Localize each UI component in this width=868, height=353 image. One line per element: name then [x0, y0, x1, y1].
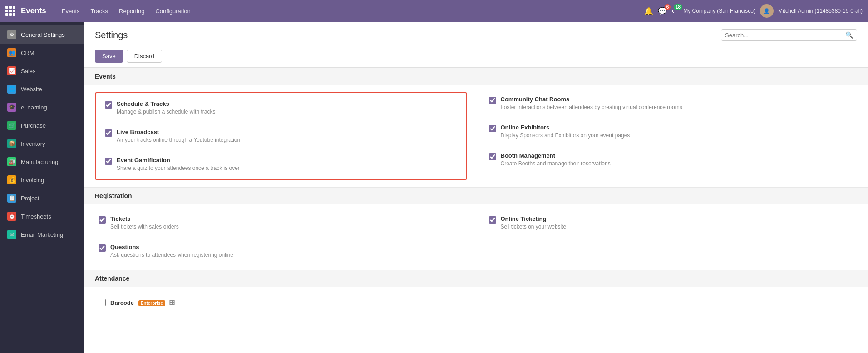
attendance-left-col: Barcode Enterprise ⊞: [95, 294, 467, 311]
sidebar-item-elearning[interactable]: 🎓 eLearning: [0, 98, 84, 116]
booth-management-label: Booth Management: [501, 152, 854, 159]
sidebar: ⚙ General Settings 👥 CRM 📈 Sales 🌐 Websi…: [0, 22, 84, 353]
email-marketing-icon: ✉: [7, 230, 16, 239]
events-right-col: Community Chat Rooms Foster interactions…: [485, 92, 858, 180]
sidebar-item-project[interactable]: 📋 Project: [0, 189, 84, 207]
barcode-checkbox[interactable]: [99, 299, 106, 306]
settings-body: Events Schedule & Tracks Manage & publis…: [84, 68, 868, 318]
sidebar-label-website: Website: [21, 86, 42, 93]
sidebar-item-invoicing[interactable]: 💰 Invoicing: [0, 171, 84, 189]
clock-icon[interactable]: ⏱ 18: [671, 7, 679, 15]
tickets-desc: Sell tickets with sales orders: [110, 223, 464, 231]
project-icon: 📋: [7, 194, 16, 203]
online-ticketing-checkbox[interactable]: [489, 216, 496, 224]
setting-event-gamification: Event Gamification Share a quiz to your …: [101, 153, 461, 176]
nav-tracks[interactable]: Tracks: [86, 5, 113, 17]
event-gamification-checkbox[interactable]: [105, 158, 112, 165]
sidebar-item-email-marketing[interactable]: ✉ Email Marketing: [0, 225, 84, 244]
tickets-checkbox[interactable]: [99, 216, 106, 224]
layout: ⚙ General Settings 👥 CRM 📈 Sales 🌐 Websi…: [0, 22, 868, 353]
crm-icon: 👥: [7, 48, 16, 57]
avatar[interactable]: 👤: [760, 4, 774, 18]
registration-left-col: Tickets Sell tickets with sales orders Q…: [95, 212, 467, 263]
online-exhibitors-desc: Display Sponsors and Exhibitors on your …: [501, 132, 854, 139]
search-input[interactable]: [725, 32, 845, 39]
website-icon: 🌐: [7, 85, 16, 94]
section-header-registration: Registration: [84, 187, 868, 204]
sidebar-label-inventory: Inventory: [21, 140, 45, 147]
highlight-box: Schedule & Tracks Manage & publish a sch…: [95, 92, 467, 180]
user-name: Mitchell Admin (11485380-15-0-all): [778, 8, 863, 14]
live-broadcast-label: Live Broadcast: [117, 129, 457, 135]
questions-checkbox[interactable]: [99, 244, 106, 252]
live-broadcast-checkbox[interactable]: [105, 129, 112, 137]
sidebar-label-project: Project: [21, 195, 39, 202]
page-title: Settings: [95, 30, 128, 40]
search-icon[interactable]: 🔍: [845, 31, 853, 39]
nav-links: Events Tracks Reporting Configuration: [57, 5, 641, 17]
barcode-label: Barcode Enterprise ⊞: [110, 298, 464, 307]
online-ticketing-label: Online Ticketing: [501, 215, 854, 222]
questions-desc: Ask questions to attendees when register…: [110, 251, 464, 259]
page-header: Settings 🔍: [84, 22, 868, 45]
timesheets-icon: ⏰: [7, 212, 16, 221]
app-switcher-icon[interactable]: [5, 6, 15, 16]
sidebar-item-sales[interactable]: 📈 Sales: [0, 62, 84, 80]
sidebar-item-general-settings[interactable]: ⚙ General Settings: [0, 25, 84, 44]
elearning-icon: 🎓: [7, 103, 16, 112]
live-broadcast-desc: Air your tracks online through a Youtube…: [117, 136, 457, 144]
sidebar-item-manufacturing[interactable]: 🏭 Manufacturing: [0, 153, 84, 171]
chat-badge: 6: [665, 4, 671, 10]
bell-icon[interactable]: 🔔: [644, 7, 653, 15]
setting-booth-management: Booth Management Create Booths and manag…: [485, 149, 858, 171]
nav-reporting[interactable]: Reporting: [114, 5, 149, 17]
sidebar-item-crm[interactable]: 👥 CRM: [0, 44, 84, 62]
gear-icon: ⚙: [7, 30, 16, 39]
event-gamification-label: Event Gamification: [117, 157, 457, 164]
sidebar-label-email-marketing: Email Marketing: [21, 231, 63, 238]
main-content: Settings 🔍 Save Discard Events: [84, 22, 868, 353]
nav-events[interactable]: Events: [57, 5, 84, 17]
chat-icon[interactable]: 💬 6: [658, 7, 667, 15]
questions-label: Questions: [110, 244, 464, 250]
schedule-tracks-checkbox[interactable]: [105, 101, 112, 109]
inventory-icon: 📦: [7, 139, 16, 148]
sidebar-label-invoicing: Invoicing: [21, 177, 44, 184]
setting-tickets: Tickets Sell tickets with sales orders: [95, 212, 467, 234]
community-chat-checkbox[interactable]: [489, 97, 496, 104]
schedule-tracks-desc: Manage & publish a schedule with tracks: [117, 108, 457, 116]
company-name: My Company (San Francisco): [683, 8, 755, 14]
setting-online-exhibitors: Online Exhibitors Display Sponsors and E…: [485, 120, 858, 143]
enterprise-badge: Enterprise: [138, 300, 165, 306]
sidebar-label-crm: CRM: [21, 50, 35, 56]
sidebar-label-manufacturing: Manufacturing: [21, 159, 58, 165]
setting-barcode: Barcode Enterprise ⊞: [95, 294, 467, 311]
events-left-col: Schedule & Tracks Manage & publish a sch…: [95, 92, 467, 180]
nav-configuration[interactable]: Configuration: [151, 5, 195, 17]
top-nav: Events Events Tracks Reporting Configura…: [0, 0, 868, 22]
community-chat-desc: Foster interactions between attendees by…: [501, 104, 854, 111]
barcode-grid-icon: ⊞: [169, 298, 175, 306]
online-exhibitors-checkbox[interactable]: [489, 125, 496, 132]
section-header-events: Events: [84, 68, 868, 85]
sidebar-item-website[interactable]: 🌐 Website: [0, 80, 84, 98]
section-header-attendance: Attendance: [84, 270, 868, 287]
sidebar-item-purchase[interactable]: 🛒 Purchase: [0, 116, 84, 134]
save-button[interactable]: Save: [95, 50, 123, 63]
discard-button[interactable]: Discard: [127, 50, 162, 63]
schedule-tracks-label: Schedule & Tracks: [117, 100, 457, 107]
sidebar-item-timesheets[interactable]: ⏰ Timesheets: [0, 207, 84, 225]
registration-right-col: Online Ticketing Sell tickets on your we…: [485, 212, 858, 263]
booth-management-desc: Create Booths and manage their reservati…: [501, 160, 854, 168]
setting-live-broadcast: Live Broadcast Air your tracks online th…: [101, 125, 461, 148]
event-gamification-desc: Share a quiz to your attendees once a tr…: [117, 164, 457, 172]
sidebar-item-inventory[interactable]: 📦 Inventory: [0, 134, 84, 153]
manufacturing-icon: 🏭: [7, 157, 16, 166]
invoicing-icon: 💰: [7, 175, 16, 184]
sidebar-label-sales: Sales: [21, 68, 36, 75]
sidebar-label-purchase: Purchase: [21, 122, 46, 129]
online-exhibitors-label: Online Exhibitors: [501, 124, 854, 131]
setting-online-ticketing: Online Ticketing Sell tickets on your we…: [485, 212, 858, 234]
booth-management-checkbox[interactable]: [489, 153, 496, 160]
clock-badge: 18: [674, 4, 682, 10]
